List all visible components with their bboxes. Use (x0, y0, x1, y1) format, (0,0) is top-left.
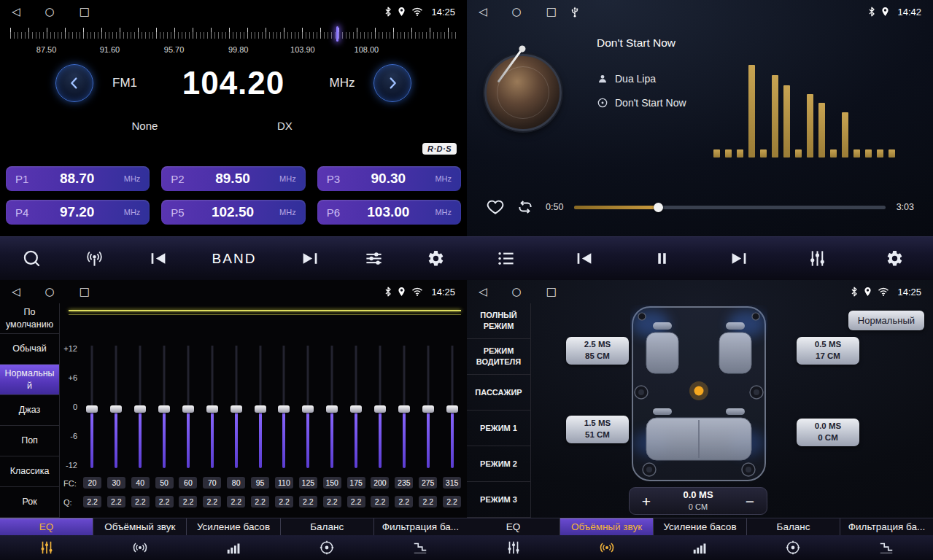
previous-track-button[interactable] (574, 249, 595, 268)
nav-home-icon[interactable]: ○ (512, 7, 522, 18)
tune-down-button[interactable] (55, 64, 93, 102)
eq-preset-item-active[interactable]: Нормальный (0, 365, 59, 395)
tab-filter-icon-cell[interactable] (840, 535, 933, 560)
frequency-ruler[interactable] (10, 26, 457, 42)
eq-preset-item[interactable]: Поп (0, 426, 59, 456)
eq-band-slider[interactable] (104, 346, 128, 468)
delay-increase-button[interactable]: + (630, 494, 663, 509)
mode-full[interactable]: ПОЛНЫЙ РЕЖИМ (467, 303, 530, 339)
eq-preset-item[interactable]: Классика (0, 456, 59, 487)
tab-bass-boost-icon-cell[interactable] (187, 535, 280, 560)
eq-band-slider[interactable] (200, 346, 224, 468)
nav-recents-icon[interactable]: □ (546, 287, 557, 298)
nav-home-icon[interactable]: ○ (45, 7, 55, 18)
slider-handle[interactable] (350, 405, 362, 413)
eq-band-slider[interactable] (272, 346, 296, 468)
eq-band-slider[interactable] (224, 346, 248, 468)
eq-band-slider[interactable] (344, 346, 368, 468)
nav-home-icon[interactable]: ○ (512, 287, 522, 298)
preset-button-p3[interactable]: P3 90.30 MHz (317, 166, 461, 191)
nav-recents-icon[interactable]: □ (80, 287, 90, 298)
mode-driver[interactable]: РЕЖИМ ВОДИТЕЛЯ (467, 339, 530, 375)
preset-button-p4[interactable]: P4 97.20 MHz (6, 200, 150, 225)
progress-knob[interactable] (654, 203, 663, 212)
tab-eq-icon-cell[interactable] (467, 535, 560, 560)
band-button[interactable]: BAND (212, 251, 257, 267)
tab-eq[interactable]: EQ (467, 518, 560, 535)
scan-button[interactable] (22, 249, 42, 268)
tune-up-button[interactable] (373, 64, 411, 102)
mode-3[interactable]: РЕЖИМ 3 (467, 482, 530, 518)
previous-station-button[interactable] (148, 249, 169, 268)
tab-surround[interactable]: Объёмный звук (560, 518, 654, 535)
eq-band-slider[interactable] (392, 346, 416, 468)
eq-band-slider[interactable] (296, 346, 320, 468)
tab-surround-icon-cell[interactable] (560, 535, 654, 560)
slider-handle[interactable] (278, 405, 290, 413)
slider-handle[interactable] (326, 405, 338, 413)
eq-band-slider[interactable] (368, 346, 392, 468)
nav-back-icon[interactable]: ◁ (479, 287, 487, 298)
audio-settings-button[interactable] (364, 249, 384, 268)
eq-preset-item[interactable]: Рок (0, 487, 59, 518)
eq-band-slider[interactable] (416, 346, 440, 468)
slider-handle[interactable] (182, 405, 194, 413)
tab-surround-icon-cell[interactable] (93, 535, 187, 560)
favorite-button[interactable] (486, 198, 505, 217)
slider-handle[interactable] (446, 405, 458, 413)
tab-eq[interactable]: EQ (0, 518, 93, 535)
mode-2[interactable]: РЕЖИМ 2 (467, 446, 530, 482)
tab-balance[interactable]: Баланс (281, 518, 374, 535)
tab-bass-boost[interactable]: Усиление басов (654, 518, 747, 535)
tab-filter[interactable]: Фильтрация ба... (840, 518, 933, 535)
slider-handle[interactable] (134, 405, 146, 413)
tab-balance-icon-cell[interactable] (746, 535, 840, 560)
preset-button-p1[interactable]: P1 88.70 MHz (6, 166, 150, 191)
repeat-button[interactable] (516, 198, 535, 217)
slider-handle[interactable] (398, 405, 410, 413)
settings-button[interactable] (427, 249, 445, 268)
tab-eq-icon-cell[interactable] (0, 535, 93, 560)
tab-balance[interactable]: Баланс (747, 518, 840, 535)
equalizer-button[interactable] (808, 249, 827, 268)
slider-handle[interactable] (374, 405, 386, 413)
sound-preset-button[interactable]: Нормальный (848, 311, 924, 330)
nav-back-icon[interactable]: ◁ (12, 287, 20, 298)
pause-button[interactable] (653, 249, 671, 268)
settings-button[interactable] (886, 249, 904, 268)
slider-handle[interactable] (422, 405, 434, 413)
eq-preset-item[interactable]: Обычай (0, 334, 59, 365)
preset-button-p2[interactable]: P2 89.50 MHz (161, 166, 305, 191)
delay-decrease-button[interactable]: − (733, 494, 767, 509)
eq-preset-item[interactable]: Джаз (0, 395, 59, 426)
tab-filter-icon-cell[interactable] (373, 535, 467, 560)
slider-handle[interactable] (86, 405, 98, 413)
eq-band-slider[interactable] (440, 346, 464, 468)
eq-band-slider[interactable] (248, 346, 272, 468)
next-station-button[interactable] (300, 249, 320, 268)
slider-handle[interactable] (110, 405, 122, 413)
tab-bass-boost-icon-cell[interactable] (654, 535, 747, 560)
tab-balance-icon-cell[interactable] (280, 535, 373, 560)
nav-recents-icon[interactable]: □ (80, 7, 90, 18)
mode-passenger[interactable]: ПАССАЖИР (467, 375, 530, 411)
playlist-button[interactable] (496, 249, 516, 268)
nav-home-icon[interactable]: ○ (45, 287, 55, 298)
eq-preset-item[interactable]: По умолчанию (0, 303, 59, 334)
mode-1[interactable]: РЕЖИМ 1 (467, 411, 530, 446)
nav-back-icon[interactable]: ◁ (12, 7, 20, 18)
slider-handle[interactable] (158, 405, 170, 413)
slider-handle[interactable] (255, 405, 266, 413)
slider-handle[interactable] (206, 405, 218, 413)
broadcast-button[interactable] (85, 249, 104, 268)
next-track-button[interactable] (729, 249, 749, 268)
slider-handle[interactable] (231, 405, 242, 413)
tab-surround[interactable]: Объёмный звук (93, 518, 187, 535)
preset-button-p6[interactable]: P6 103.00 MHz (317, 200, 461, 225)
tab-bass-boost[interactable]: Усиление басов (187, 518, 280, 535)
progress-bar[interactable] (574, 206, 885, 209)
tab-filter[interactable]: Фильтрация ба... (374, 518, 467, 535)
slider-handle[interactable] (302, 405, 314, 413)
eq-band-slider[interactable] (320, 346, 344, 468)
nav-back-icon[interactable]: ◁ (479, 7, 487, 18)
